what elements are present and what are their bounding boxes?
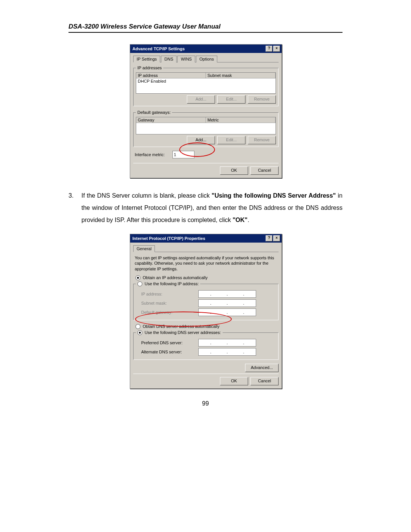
page-header: DSA-3200 Wireless Service Gateway User M… (68, 23, 342, 33)
default-gateways-legend: Default gateways: (136, 110, 172, 115)
obtain-ip-radio[interactable]: Obtain an IP address automatically (135, 275, 279, 280)
default-gateway-label: Default gateway: (141, 310, 198, 315)
description-text: You can get IP settings assigned automat… (135, 255, 277, 272)
dialog-title: Internet Protocol (TCP/IP) Properties (132, 236, 266, 241)
use-dns-radio[interactable]: Use the following DNS server addresses: (137, 330, 221, 335)
list-item[interactable]: DHCP Enabled (136, 78, 276, 84)
tab-options[interactable]: Options (196, 56, 217, 62)
add-button[interactable]: Add... (187, 95, 215, 104)
tab-general[interactable]: General (133, 245, 155, 252)
radio-label: Obtain DNS server address automatically (143, 324, 220, 329)
col-ip-address: IP address (136, 73, 206, 78)
use-ip-radio[interactable]: Use the following IP address: (137, 281, 199, 286)
ok-button[interactable]: OK (220, 166, 248, 175)
default-gateways-group: Default gateways: Gateway Metric Add... … (133, 110, 279, 147)
col-metric: Metric (206, 117, 276, 123)
alternate-dns-label: Alternate DNS server: (141, 350, 198, 354)
cancel-button[interactable]: Cancel (250, 377, 279, 385)
add-button[interactable]: Add... (187, 136, 215, 144)
alternate-dns-input[interactable]: ... (198, 348, 256, 356)
radio-label: Use the following DNS server addresses: (145, 330, 221, 335)
tab-ip-settings[interactable]: IP Settings (133, 56, 160, 62)
edit-button[interactable]: Edit... (217, 136, 245, 144)
dialog-title: Advanced TCP/IP Settings (132, 46, 266, 51)
col-gateway: Gateway (136, 117, 206, 123)
advanced-button[interactable]: Advanced... (245, 364, 279, 372)
tab-dns[interactable]: DNS (161, 56, 177, 62)
ok-button[interactable]: OK (220, 377, 248, 385)
subnet-mask-input[interactable]: ... (198, 299, 256, 307)
ip-addresses-group: IP addresses IP address Subnet mask DHCP… (133, 66, 279, 106)
default-gateway-input[interactable]: ... (198, 308, 256, 316)
radio-label: Use the following IP address: (145, 281, 199, 286)
titlebar: Internet Protocol (TCP/IP) Properties ? … (130, 234, 282, 243)
cancel-button[interactable]: Cancel (250, 166, 279, 175)
instruction-text: If the DNS Server column is blank, pleas… (81, 190, 342, 226)
ip-address-input[interactable]: ... (198, 290, 256, 298)
radio-label: Obtain an IP address automatically (143, 275, 207, 280)
radio-icon (135, 275, 140, 280)
help-icon[interactable]: ? (266, 235, 272, 241)
titlebar: Advanced TCP/IP Settings ? × (130, 45, 282, 53)
tcpip-properties-dialog: Internet Protocol (TCP/IP) Properties ? … (130, 234, 282, 389)
interface-metric-input[interactable]: 1 (172, 151, 194, 158)
close-icon[interactable]: × (273, 46, 280, 52)
preferred-dns-label: Preferred DNS server: (141, 340, 198, 345)
remove-button[interactable]: Remove (248, 136, 276, 144)
ip-addresses-list[interactable]: IP address Subnet mask DHCP Enabled (136, 72, 276, 94)
edit-button[interactable]: Edit... (217, 95, 245, 104)
radio-icon (135, 324, 140, 329)
remove-button[interactable]: Remove (248, 95, 276, 104)
interface-metric-label: Interface metric: (135, 152, 165, 157)
radio-icon (137, 281, 142, 286)
page-number: 99 (68, 400, 342, 407)
instruction-number: 3. (68, 190, 81, 226)
col-subnet-mask: Subnet mask (206, 73, 276, 78)
radio-icon (137, 330, 142, 335)
gateways-list[interactable]: Gateway Metric (136, 117, 276, 134)
ip-addresses-legend: IP addresses (136, 66, 163, 70)
preferred-dns-input[interactable]: ... (198, 339, 256, 347)
close-icon[interactable]: × (273, 235, 280, 241)
obtain-dns-radio[interactable]: Obtain DNS server address automatically (135, 324, 279, 329)
help-icon[interactable]: ? (266, 46, 272, 52)
ip-address-label: IP address: (141, 292, 198, 296)
tabs: IP Settings DNS WINS Options (133, 55, 279, 62)
instruction-3: 3. If the DNS Server column is blank, pl… (68, 190, 342, 226)
tab-wins[interactable]: WINS (177, 56, 195, 62)
subnet-mask-label: Subnet mask: (141, 301, 198, 305)
tabs: General (133, 245, 279, 252)
advanced-tcpip-dialog: Advanced TCP/IP Settings ? × IP Settings… (130, 44, 282, 178)
